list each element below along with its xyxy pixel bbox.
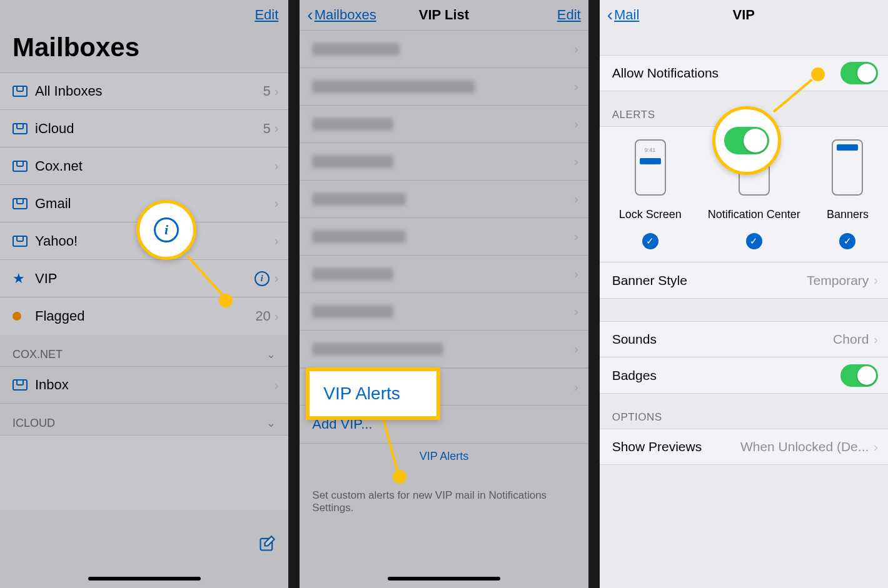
vip-contact-row[interactable]: ›	[300, 68, 588, 106]
badges-toggle[interactable]	[840, 364, 878, 387]
allow-notifications-row: Allow Notifications	[600, 55, 888, 91]
vip-contact-row[interactable]: ›	[300, 181, 588, 218]
alert-lock-screen[interactable]: 9:41 Lock Screen ✓	[619, 139, 682, 249]
chevron-right-icon: ›	[275, 271, 279, 286]
check-icon: ✓	[839, 233, 855, 249]
star-icon: ★	[13, 271, 25, 287]
check-icon: ✓	[642, 233, 658, 249]
chevron-left-icon: ‹	[607, 5, 613, 25]
mailbox-row-flagged[interactable]: Flagged 20 ›	[0, 297, 288, 335]
chevron-right-icon: ›	[275, 378, 279, 392]
nav-title: VIP	[733, 7, 755, 23]
row-value: Chord	[833, 332, 869, 347]
mailbox-row-icloud[interactable]: iCloud 5 ›	[0, 110, 288, 147]
vip-contact-row[interactable]: ›	[300, 218, 588, 256]
vip-contact-row[interactable]: ›	[300, 106, 588, 143]
mailbox-row-cox[interactable]: Cox.net ›	[0, 147, 288, 185]
vip-contact-row[interactable]: ›	[300, 293, 588, 331]
chevron-right-icon: ›	[874, 440, 878, 454]
row-label: iCloud	[35, 121, 263, 137]
vip-contact-row[interactable]: ›	[300, 31, 588, 68]
chevron-right-icon: ›	[874, 332, 878, 347]
banner-style-row[interactable]: Banner Style Temporary ›	[600, 262, 888, 299]
options-header: OPTIONS	[600, 394, 888, 429]
row-label: Allow Notifications	[612, 66, 840, 81]
nav-bar: ‹ Mailboxes VIP List Edit	[300, 0, 588, 30]
edit-button[interactable]: Edit	[557, 7, 581, 23]
mailbox-row-all[interactable]: All Inboxes 5 ›	[0, 72, 288, 110]
row-count: 5	[263, 83, 270, 99]
tray-icon	[13, 236, 28, 247]
back-label: Mailboxes	[315, 7, 376, 23]
alert-label: Banners	[827, 202, 869, 227]
chevron-down-icon: ⌄	[266, 416, 276, 430]
banners-icon	[832, 139, 863, 196]
home-indicator[interactable]	[88, 577, 201, 581]
row-count: 5	[263, 121, 270, 137]
row-label: Banner Style	[612, 273, 807, 288]
chevron-right-icon: ›	[275, 159, 279, 173]
mailbox-row-vip[interactable]: ★ VIP i ›	[0, 260, 288, 297]
tray-icon	[13, 123, 28, 134]
alert-label: Lock Screen	[619, 202, 682, 227]
row-value: Temporary	[807, 273, 869, 288]
nav-bar: Edit	[0, 0, 288, 30]
sounds-row[interactable]: Sounds Chord ›	[600, 321, 888, 357]
row-label: VIP	[35, 271, 255, 287]
callout-info: i	[136, 200, 196, 260]
chevron-down-icon: ⌄	[266, 347, 276, 361]
check-icon: ✓	[746, 233, 762, 249]
section-label: ICLOUD	[13, 417, 55, 430]
lock-screen-icon: 9:41	[635, 139, 666, 196]
callout-dot	[219, 294, 233, 307]
vip-contact-row[interactable]: ›	[300, 331, 588, 368]
callout-vip-alerts: VIP Alerts	[306, 367, 440, 420]
chevron-right-icon: ›	[275, 121, 279, 136]
inbox-row[interactable]: Inbox ›	[0, 366, 288, 404]
section-label: COX.NET	[13, 348, 63, 361]
vip-settings-screen: ‹ Mail VIP Allow Notifications ALERTS 9:…	[600, 0, 888, 588]
chevron-right-icon: ›	[874, 273, 878, 287]
back-label: Mail	[614, 7, 639, 23]
vip-alerts-footer-link[interactable]: VIP Alerts	[420, 450, 469, 462]
show-previews-row[interactable]: Show Previews When Unlocked (De... ›	[600, 429, 888, 465]
alert-label: Notification Center	[708, 202, 800, 227]
home-indicator[interactable]	[388, 577, 500, 581]
page-title: Mailboxes	[0, 30, 288, 72]
compose-icon[interactable]	[258, 535, 276, 557]
row-label: Cox.net	[35, 158, 275, 174]
edit-button[interactable]: Edit	[255, 7, 278, 23]
section-cox[interactable]: COX.NET ⌄	[0, 335, 288, 366]
tray-icon	[13, 198, 28, 209]
row-label: Show Previews	[612, 439, 740, 454]
tray-icon	[13, 86, 28, 97]
mailbox-list: All Inboxes 5 › iCloud 5 › Cox.net › Gma…	[0, 72, 288, 335]
chevron-right-icon: ›	[275, 234, 279, 248]
tray-icon	[13, 379, 28, 391]
row-count: 20	[255, 308, 270, 324]
info-icon[interactable]: i	[255, 271, 270, 286]
row-label: Flagged	[35, 308, 255, 324]
chevron-right-icon: ›	[275, 309, 279, 324]
chevron-left-icon: ‹	[307, 5, 313, 25]
nav-bar: ‹ Mail VIP	[600, 0, 888, 30]
badges-row: Badges	[600, 357, 888, 394]
row-value: When Unlocked (De...	[740, 439, 869, 454]
section-icloud[interactable]: ICLOUD ⌄	[0, 404, 288, 435]
row-label: Badges	[612, 368, 840, 383]
footer-caption: Set custom alerts for new VIP mail in No…	[300, 482, 588, 522]
chevron-right-icon: ›	[275, 196, 279, 211]
nav-title: VIP List	[419, 7, 469, 23]
allow-notifications-toggle[interactable]	[840, 62, 878, 84]
chevron-right-icon: ›	[275, 84, 279, 99]
vip-contact-row[interactable]: ›	[300, 256, 588, 293]
back-button[interactable]: ‹ Mail	[607, 5, 640, 25]
callout-dot	[811, 67, 825, 81]
row-label: Sounds	[612, 332, 833, 347]
vip-list-screen: ‹ Mailboxes VIP List Edit › › › › › › › …	[300, 0, 588, 588]
mailboxes-screen: Edit Mailboxes All Inboxes 5 › iCloud 5 …	[0, 0, 288, 588]
back-button[interactable]: ‹ Mailboxes	[307, 5, 376, 25]
row-label: Inbox	[35, 377, 275, 393]
alert-banners[interactable]: Banners ✓	[827, 139, 869, 249]
vip-contact-row[interactable]: ›	[300, 143, 588, 181]
